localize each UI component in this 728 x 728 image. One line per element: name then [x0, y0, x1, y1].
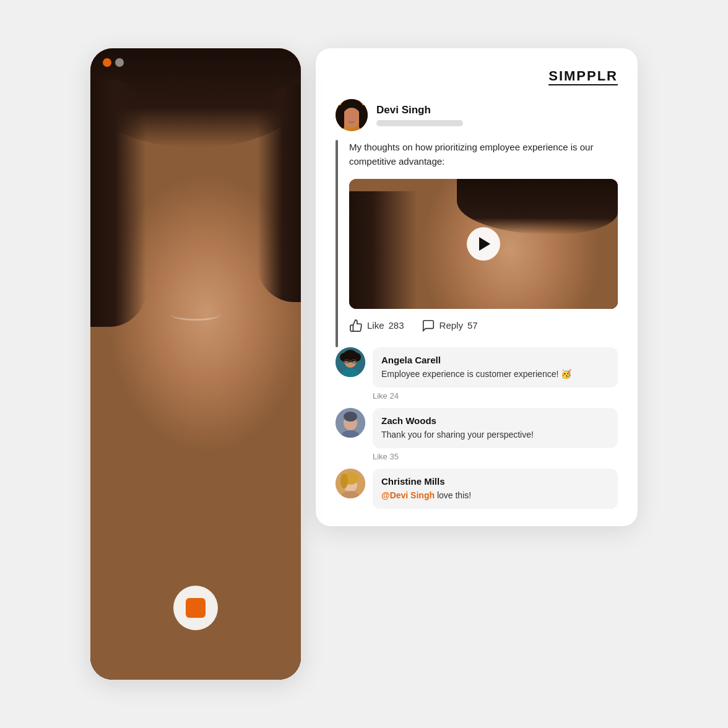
christine-avatar-svg: [336, 469, 365, 498]
comment-wrapper-2: Zach Woods Thank you for sharing your pe…: [336, 408, 618, 461]
comment-item-1: Angela Carell Employee experience is cus…: [336, 347, 618, 388]
smile-line: [171, 308, 220, 321]
post-meta: Devi Singh: [376, 104, 618, 126]
comments-section: Angela Carell Employee experience is cus…: [336, 347, 618, 509]
avatar-angela: [336, 347, 365, 377]
comment-text-3: @Devi Singh love this!: [381, 490, 471, 500]
thumbs-up-icon: [349, 319, 363, 332]
svg-point-1: [342, 108, 361, 128]
comment-author-1: Angela Carell: [381, 355, 609, 365]
stop-button-container[interactable]: [173, 586, 218, 630]
devi-avatar-svg: [336, 99, 368, 131]
comment-bubble-1: Angela Carell Employee experience is cus…: [373, 347, 618, 388]
svg-rect-3: [359, 105, 368, 129]
mention-devi[interactable]: @Devi Singh: [381, 490, 435, 500]
zach-avatar-svg: [336, 408, 365, 438]
svg-point-15: [344, 412, 357, 422]
comment-text-2: Thank you for sharing your perspective!: [381, 430, 534, 440]
avatar-christine: [336, 469, 365, 498]
video-hair-left: [349, 191, 417, 309]
svg-point-8: [352, 353, 361, 362]
reply-label: Reply: [440, 320, 463, 331]
reply-count: 57: [467, 320, 478, 331]
comment-like-2[interactable]: Like 35: [336, 452, 618, 461]
svg-point-7: [340, 353, 349, 362]
angela-avatar-svg: [336, 347, 365, 377]
logo-bar: SIMPPLR: [336, 68, 618, 84]
stop-button-icon: [186, 598, 206, 618]
phone-screen: [90, 48, 301, 680]
main-container: SIMPPLR Devi Singh: [66, 24, 662, 704]
comment-bubble-2: Zach Woods Thank you for sharing your pe…: [373, 408, 618, 448]
reply-button[interactable]: Reply 57: [422, 319, 478, 332]
like-count: 283: [389, 320, 404, 331]
feed-card: SIMPPLR Devi Singh: [316, 48, 638, 526]
poster-name: Devi Singh: [376, 104, 618, 116]
video-thumbnail[interactable]: [349, 179, 618, 309]
comment-bubble-3: Christine Mills @Devi Singh love this!: [373, 469, 618, 509]
avatar-devi: [336, 99, 368, 131]
comment-item-2: Zach Woods Thank you for sharing your pe…: [336, 408, 618, 448]
hair-right: [258, 85, 301, 302]
poster-subtitle: [376, 120, 463, 126]
comment-text-1: Employee experience is customer experien…: [381, 369, 571, 379]
comment-item-3: Christine Mills @Devi Singh love this!: [336, 469, 618, 509]
status-dot: [115, 58, 124, 67]
recording-dot: [103, 58, 111, 67]
stop-button-outer: [173, 586, 218, 630]
like-label: Like: [367, 320, 384, 331]
comment-text-after: love this!: [437, 490, 471, 500]
post-content: My thoughts on how prioritizing employee…: [349, 140, 618, 347]
play-icon: [479, 237, 490, 251]
post-text: My thoughts on how prioritizing employee…: [349, 140, 618, 169]
phone-card: [90, 48, 301, 680]
comment-author-2: Zach Woods: [381, 415, 609, 426]
comment-author-3: Christine Mills: [381, 476, 609, 487]
comment-icon: [422, 319, 435, 332]
simpplr-logo: SIMPPLR: [548, 68, 618, 84]
phone-top-bar: [103, 58, 124, 67]
svg-point-20: [340, 474, 348, 488]
svg-rect-2: [336, 105, 344, 129]
accent-bar: [336, 140, 338, 347]
play-button[interactable]: [467, 227, 500, 261]
post-body-wrapper: My thoughts on how prioritizing employee…: [336, 140, 618, 347]
hair-left: [90, 79, 146, 327]
like-button[interactable]: Like 283: [349, 319, 404, 332]
post-header: Devi Singh: [336, 99, 618, 131]
comment-like-1[interactable]: Like 24: [336, 391, 618, 401]
avatar-zach: [336, 408, 365, 438]
comment-wrapper-3: Christine Mills @Devi Singh love this!: [336, 469, 618, 509]
actions-row: Like 283 Reply 57: [349, 319, 618, 332]
comment-wrapper-1: Angela Carell Employee experience is cus…: [336, 347, 618, 401]
